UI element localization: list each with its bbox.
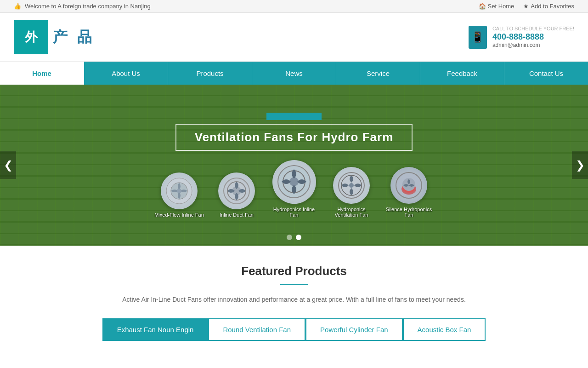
fan-label-2: Inline Duct Fan (220, 212, 254, 218)
nav-service[interactable]: Service (336, 62, 420, 85)
featured-divider (280, 284, 308, 285)
tab-acoustic-box[interactable]: Acoustic Box Fan (403, 318, 486, 341)
phone-number: 400-888-8888 (492, 32, 574, 42)
main-nav: Home About Us Products News Service Feed… (0, 62, 588, 85)
fan-image-1 (161, 172, 198, 209)
nav-contact[interactable]: Contact Us (504, 62, 588, 85)
nav-news[interactable]: News (252, 62, 336, 85)
featured-products-section: Featured Products Active Air In-Line Duc… (0, 246, 588, 364)
fan-item-1: Mixed-Flow Inline Fan (154, 172, 204, 218)
fan-item-2: Inline Duct Fan (211, 172, 262, 218)
top-bar: 👍 Welcome to A foreign trade company in … (0, 0, 588, 13)
nav-about[interactable]: About Us (84, 62, 168, 85)
hero-content: Ventilation Fans For Hydro Farm Mixe (0, 113, 588, 218)
nav-home[interactable]: Home (0, 62, 84, 85)
nav-feedback[interactable]: Feedback (420, 62, 504, 85)
logo-box: 外 (14, 20, 48, 54)
logo-text: 产 品 (53, 27, 95, 47)
logo-char: 外 (25, 29, 38, 46)
fan-item-3: Hydroponics Inline Fan (269, 160, 319, 218)
svg-point-10 (349, 183, 354, 188)
hero-prev-button[interactable]: ❮ (0, 151, 16, 179)
hero-banner: ❮ Ventilation Fans For Hydro Farm (0, 85, 588, 246)
fan-image-4 (333, 167, 370, 204)
featured-title: Featured Products (14, 264, 574, 278)
fan-label-4: Hydroponics Ventilation Fan (326, 207, 377, 218)
svg-point-2 (177, 189, 181, 193)
top-bar-right: 🏠 Set Home ★ Add to Favorites (479, 3, 574, 10)
logo-area: 外 产 品 (14, 20, 95, 54)
fan-label-3: Hydroponics Inline Fan (269, 207, 319, 218)
thumbs-up-icon: 👍 (14, 3, 21, 10)
phone-icon: 📱 (471, 31, 484, 43)
hero-title-bar (266, 113, 322, 120)
email: admin@admin.com (492, 42, 574, 48)
tab-powerful-cylinder[interactable]: Powerful Cylinder Fan (305, 318, 403, 341)
fan-image-3 (272, 160, 316, 204)
welcome-text: Welcome to A foreign trade company in Na… (25, 3, 151, 10)
home-icon: 🏠 (479, 3, 486, 10)
contact-text: CALL TO SCHEDULE YOUR FREE! 400-888-8888… (492, 26, 574, 48)
star-icon: ★ (523, 3, 529, 10)
top-bar-left: 👍 Welcome to A foreign trade company in … (14, 3, 151, 10)
hero-fans: Mixed-Flow Inline Fan Inline Duct Fan (154, 160, 434, 218)
phone-icon-wrap: 📱 (469, 26, 487, 49)
fan-label-1: Mixed-Flow Inline Fan (154, 212, 204, 218)
product-tabs: Exhaust Fan Noun Engin Round Ventilation… (14, 318, 574, 341)
featured-description: Active Air In-Line Duct Fans offer innov… (14, 294, 574, 305)
tab-round-ventilation[interactable]: Round Ventilation Fan (208, 318, 305, 341)
hero-dot-1[interactable] (287, 235, 292, 240)
header: 外 产 品 📱 CALL TO SCHEDULE YOUR FREE! 400-… (0, 13, 588, 62)
call-label: CALL TO SCHEDULE YOUR FREE! (492, 26, 574, 31)
fan-image-5 (390, 167, 427, 204)
fan-item-4: Hydroponics Ventilation Fan (326, 167, 377, 218)
tab-exhaust-fan[interactable]: Exhaust Fan Noun Engin (102, 318, 209, 341)
add-favorites-link[interactable]: ★ Add to Favorites (523, 3, 574, 10)
set-home-link[interactable]: 🏠 Set Home (479, 3, 514, 10)
fan-label-5: Silence Hydroponics Fan (384, 207, 434, 218)
nav-products[interactable]: Products (168, 62, 252, 85)
fan-image-2 (218, 172, 255, 209)
hero-next-button[interactable]: ❯ (572, 151, 588, 179)
hero-title-frame: Ventilation Fans For Hydro Farm (175, 124, 413, 151)
fan-item-5: Silence Hydroponics Fan (384, 167, 434, 218)
hero-dot-2[interactable] (296, 235, 301, 240)
hero-title: Ventilation Fans For Hydro Farm (195, 130, 394, 144)
contact-area: 📱 CALL TO SCHEDULE YOUR FREE! 400-888-88… (469, 26, 574, 49)
hero-dots (287, 235, 301, 240)
